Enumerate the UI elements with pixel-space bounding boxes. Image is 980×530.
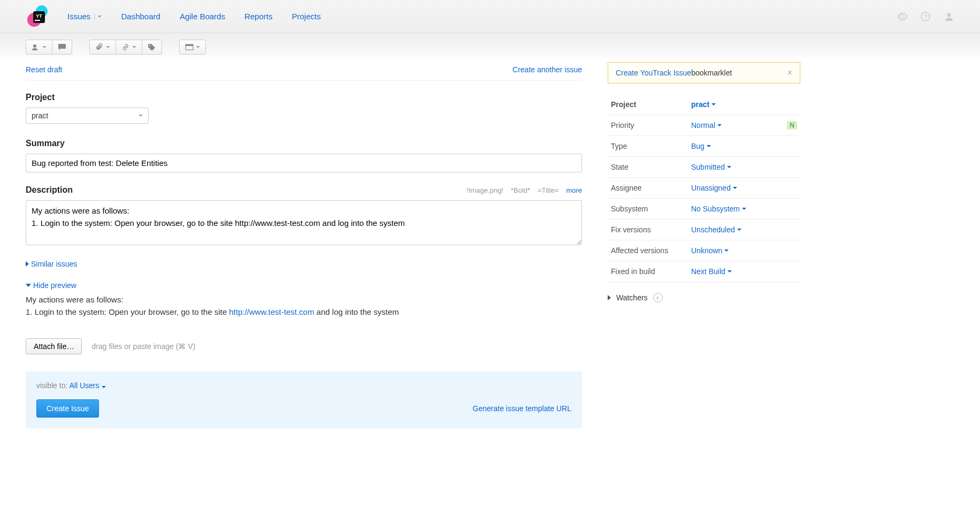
attach-file-button[interactable]: Attach file… xyxy=(26,338,82,354)
nav-issues[interactable]: Issues | xyxy=(67,12,102,21)
header-icons: ? xyxy=(897,11,954,22)
prop-priority: Priority NormalN xyxy=(608,115,800,136)
nav-issues-separator: | xyxy=(94,13,95,20)
nav-issues-label: Issues xyxy=(67,12,90,21)
generate-template-link[interactable]: Generate issue template URL xyxy=(473,404,571,413)
description-label: Description xyxy=(26,185,73,195)
main-form: Reset draft Create another issue Project… xyxy=(26,60,582,428)
add-watcher-button[interactable]: + xyxy=(653,293,663,302)
chevron-down-icon xyxy=(196,46,200,48)
sidebar: Create YouTrack Issue bookmarklet × Proj… xyxy=(608,60,800,428)
project-value: pract xyxy=(32,111,48,120)
triangle-right-icon xyxy=(608,295,611,300)
description-textarea[interactable] xyxy=(26,200,582,245)
svg-rect-9 xyxy=(58,44,66,49)
watchers-section[interactable]: Watchers + xyxy=(608,293,800,302)
user-icon[interactable] xyxy=(944,11,954,22)
chevron-down-icon xyxy=(724,249,729,252)
bookmarklet-banner: Create YouTrack Issue bookmarklet × xyxy=(608,62,800,84)
prop-type-value[interactable]: Bug xyxy=(691,142,711,150)
chevron-down-icon xyxy=(139,115,143,117)
prop-affected-versions-label: Affected versions xyxy=(608,240,688,261)
triangle-down-icon xyxy=(26,284,31,287)
preview-url-link[interactable]: http://www.test-test.com xyxy=(229,307,314,316)
svg-rect-4 xyxy=(35,20,40,21)
hint-bold: *Bold* xyxy=(511,186,530,194)
comment-button[interactable] xyxy=(52,40,72,55)
chevron-down-icon xyxy=(733,187,737,189)
gear-icon[interactable] xyxy=(897,11,907,22)
summary-input[interactable] xyxy=(26,154,582,172)
prop-subsystem-label: Subsystem xyxy=(608,199,688,219)
hint-image: !Image.png! xyxy=(466,186,503,194)
nav-agile-boards[interactable]: Agile Boards xyxy=(180,12,225,21)
tag-button[interactable] xyxy=(142,40,162,55)
toolbar xyxy=(0,33,980,60)
prop-project: Project pract xyxy=(608,94,800,115)
preview-line2: 1. Login to the system: Open your browse… xyxy=(26,306,582,319)
chevron-down-icon xyxy=(717,124,722,126)
bookmarklet-suffix: bookmarklet xyxy=(691,69,732,77)
hint-more-link[interactable]: more xyxy=(566,186,582,194)
nav: Issues | Dashboard Agile Boards Reports … xyxy=(67,12,321,21)
prop-fix-versions-value[interactable]: Unscheduled xyxy=(691,225,741,234)
nav-dashboard[interactable]: Dashboard xyxy=(121,12,160,21)
prop-subsystem-value[interactable]: No Subsystem xyxy=(691,205,746,213)
chevron-down-icon xyxy=(102,386,106,388)
prop-fixed-in-build: Fixed in build Next Build xyxy=(608,261,800,282)
prop-state: State Submitted xyxy=(608,157,800,178)
visibility-button[interactable] xyxy=(26,40,52,55)
create-issue-button[interactable]: Create Issue xyxy=(36,399,99,418)
description-hints: !Image.png! *Bold* =Title= more xyxy=(466,186,582,194)
hide-preview-toggle[interactable]: Hide preview xyxy=(26,281,582,290)
svg-point-8 xyxy=(33,44,36,48)
youtrack-logo[interactable]: YT xyxy=(26,4,51,29)
svg-text:YT: YT xyxy=(36,13,42,19)
create-another-link[interactable]: Create another issue xyxy=(512,65,582,74)
nav-projects[interactable]: Projects xyxy=(292,12,320,21)
svg-point-7 xyxy=(947,13,951,17)
summary-label: Summary xyxy=(26,139,582,148)
properties-table: Project pract Priority NormalN Type Bug … xyxy=(608,94,800,282)
close-icon[interactable]: × xyxy=(787,68,792,78)
chevron-down-icon xyxy=(737,229,741,231)
chevron-down-icon[interactable] xyxy=(97,16,102,18)
nav-reports[interactable]: Reports xyxy=(244,12,273,21)
svg-rect-12 xyxy=(186,44,193,46)
visible-to-value[interactable]: All Users xyxy=(69,381,105,390)
hide-preview-label: Hide preview xyxy=(33,281,76,290)
prop-project-label: Project xyxy=(608,94,688,115)
preview-body: My actions were as follows: 1. Login to … xyxy=(26,294,582,318)
prop-type: Type Bug xyxy=(608,136,800,157)
prop-state-value[interactable]: Submitted xyxy=(691,163,731,171)
prop-subsystem: Subsystem No Subsystem xyxy=(608,199,800,219)
footer-bar: visible to: All Users Create Issue Gener… xyxy=(26,372,582,428)
chevron-down-icon xyxy=(711,103,716,105)
chevron-down-icon xyxy=(727,166,731,168)
prop-assignee-label: Assignee xyxy=(608,178,688,199)
prop-fix-versions-label: Fix versions xyxy=(608,219,688,240)
link-button[interactable] xyxy=(116,40,142,55)
svg-point-10 xyxy=(149,45,150,46)
visible-to-label: visible to: xyxy=(36,381,67,390)
chevron-down-icon xyxy=(707,145,711,147)
prop-fixed-in-build-value[interactable]: Next Build xyxy=(691,267,732,276)
chevron-down-icon xyxy=(742,208,746,210)
project-select[interactable]: pract xyxy=(26,108,149,124)
attach-button[interactable] xyxy=(89,40,116,55)
similar-issues-toggle[interactable]: Similar issues xyxy=(26,260,582,268)
prop-assignee-value[interactable]: Unassigned xyxy=(691,184,737,192)
bookmarklet-link[interactable]: Create YouTrack Issue xyxy=(616,69,691,77)
prop-affected-versions-value[interactable]: Unknown xyxy=(691,246,729,255)
prop-state-label: State xyxy=(608,157,688,178)
project-label: Project xyxy=(26,93,582,102)
reset-draft-link[interactable]: Reset draft xyxy=(26,65,62,74)
prop-priority-value[interactable]: Normal xyxy=(691,121,722,130)
priority-badge: N xyxy=(787,121,797,130)
help-icon[interactable]: ? xyxy=(920,11,931,22)
prop-type-label: Type xyxy=(608,136,688,157)
svg-text:?: ? xyxy=(924,13,927,20)
similar-issues-label: Similar issues xyxy=(31,260,77,268)
card-button[interactable] xyxy=(179,40,206,55)
prop-project-value[interactable]: pract xyxy=(691,100,716,109)
